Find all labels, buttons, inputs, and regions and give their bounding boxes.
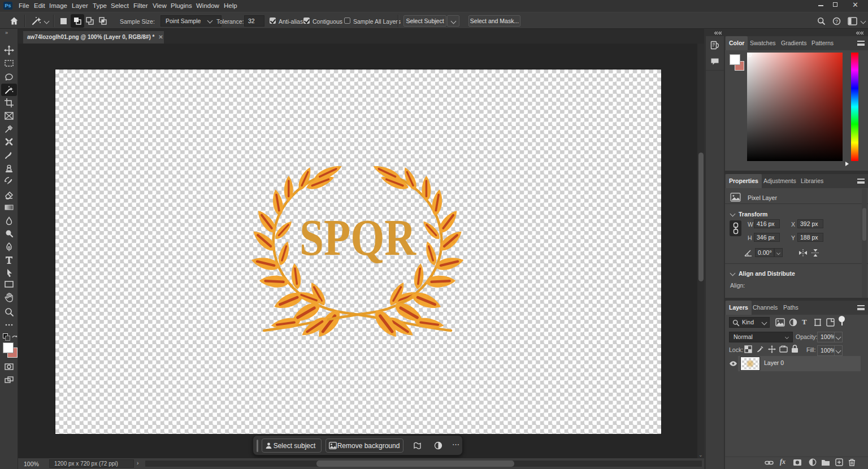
svg-text:SPQR: SPQR: [300, 209, 416, 266]
svg-text:?: ?: [835, 19, 838, 24]
